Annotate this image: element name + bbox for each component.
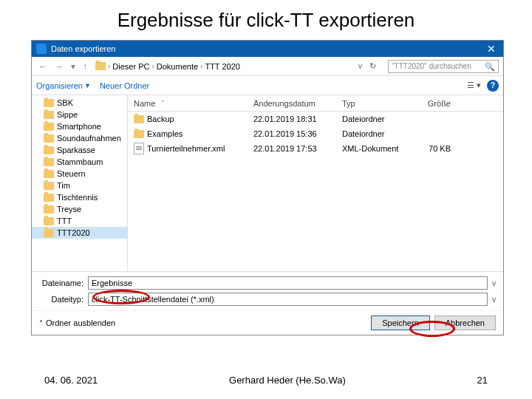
sidebar-item-label: Sparkasse	[57, 146, 95, 154]
sidebar-item-label: Steuern	[57, 169, 86, 178]
button-row: ˄ Ordner ausblenden Speichern Abbrechen	[32, 310, 503, 335]
file-size: 70 KB	[412, 144, 457, 153]
file-date: 22.01.2019 17:53	[253, 144, 342, 153]
file-icon	[134, 143, 144, 154]
close-icon[interactable]: ✕	[484, 43, 499, 55]
bottom-fields: Dateiname: v Dateityp: v	[32, 271, 503, 310]
filename-dropdown[interactable]: v	[492, 279, 496, 287]
folder-icon	[44, 182, 54, 190]
folder-icon	[134, 130, 144, 138]
sidebar-item[interactable]: Smartphone	[32, 120, 127, 132]
crumb-sep: ›	[108, 62, 110, 70]
folder-icon	[44, 194, 54, 202]
save-dialog: Daten exportieren ✕ ← → ▾ ↑ › Dieser PC …	[31, 40, 504, 335]
sidebar-item-label: TTT2020	[57, 228, 90, 237]
file-type: XML-Dokument	[342, 144, 412, 153]
address-dropdown[interactable]: v	[358, 62, 362, 70]
save-button[interactable]: Speichern	[371, 316, 430, 330]
file-name: Examples	[147, 129, 183, 138]
sidebar-item-label: Tim	[57, 181, 70, 190]
toolbar: Organisieren ▼ Neuer Ordner ☰ ▾ ?	[32, 76, 503, 95]
filetype-label: Dateityp:	[39, 295, 83, 304]
nav-back[interactable]: ←	[36, 61, 50, 72]
sidebar-item[interactable]: Treyse	[32, 203, 127, 215]
folder-icon	[44, 158, 54, 166]
file-name: Backup	[147, 115, 174, 123]
crumb[interactable]: Dieser PC	[112, 62, 149, 71]
col-name[interactable]: Name	[134, 99, 155, 108]
view-icon[interactable]: ☰ ▾	[467, 81, 481, 90]
file-row[interactable]: Backup22.01.2019 18:31Dateiordner	[128, 112, 503, 126]
file-type: Dateiordner	[342, 115, 412, 123]
footer-date: 04. 06. 2021	[44, 375, 98, 386]
sidebar-item-label: Tischtennis	[57, 193, 98, 202]
folder-icon	[95, 62, 106, 70]
folder-icon	[44, 205, 54, 214]
col-size[interactable]: Größe	[412, 99, 457, 108]
search-input[interactable]: "TTT2020" durchsuchen 🔍	[388, 60, 499, 73]
nav-forward[interactable]: →	[52, 61, 66, 72]
folder-icon	[44, 146, 54, 154]
file-row[interactable]: Turnierteilnehmer.xml22.01.2019 17:53XML…	[128, 141, 503, 156]
crumb-sep: ›	[151, 62, 154, 70]
sidebar-item[interactable]: Sippe	[32, 109, 127, 120]
file-date: 22.01.2019 18:31	[253, 115, 342, 123]
sidebar-item-label: SBK	[57, 98, 73, 107]
hide-folders-toggle[interactable]: ˄ Ordner ausblenden	[39, 318, 366, 327]
sidebar-item[interactable]: Steuern	[32, 168, 127, 180]
refresh-icon[interactable]: ↻	[365, 61, 381, 71]
sidebar-item[interactable]: Tim	[32, 180, 127, 191]
sidebar-item[interactable]: Soundaufnahmen	[32, 132, 127, 144]
sidebar-item-label: Smartphone	[57, 122, 101, 131]
sidebar-item[interactable]: TTT2020	[32, 227, 127, 239]
filename-label: Dateiname:	[39, 279, 83, 287]
folder-icon	[44, 134, 54, 143]
sidebar-item-label: Stammbaum	[57, 157, 103, 166]
sidebar-item[interactable]: Tischtennis	[32, 191, 127, 203]
sidebar[interactable]: SBKSippeSmartphoneSoundaufnahmenSparkass…	[32, 95, 128, 271]
col-date[interactable]: Änderungsdatum	[253, 99, 342, 108]
address-bar[interactable]: › Dieser PC › Dokumente › TTT 2020	[92, 62, 355, 71]
sidebar-item[interactable]: Stammbaum	[32, 156, 127, 168]
folder-icon	[44, 229, 54, 237]
new-folder-button[interactable]: Neuer Ordner	[100, 81, 149, 90]
file-row[interactable]: Examples22.01.2019 15:36Dateiordner	[128, 126, 503, 141]
sidebar-item[interactable]: SBK	[32, 97, 127, 109]
titlebar: Daten exportieren ✕	[32, 41, 503, 57]
filename-input[interactable]	[88, 276, 488, 290]
sidebar-item-label: TTT	[57, 216, 72, 225]
footer-author: Gerhard Heder (He.So.Wa)	[229, 375, 346, 386]
cancel-button[interactable]: Abbrechen	[434, 316, 496, 330]
col-type[interactable]: Typ	[342, 99, 412, 108]
content-area: SBKSippeSmartphoneSoundaufnahmenSparkass…	[32, 95, 503, 271]
folder-icon	[44, 99, 54, 107]
sidebar-item[interactable]: Sparkasse	[32, 144, 127, 156]
sidebar-item-label: Soundaufnahmen	[57, 134, 121, 143]
crumb[interactable]: TTT 2020	[205, 62, 240, 71]
nav-row: ← → ▾ ↑ › Dieser PC › Dokumente › TTT 20…	[32, 57, 503, 76]
file-type: Dateiordner	[342, 129, 412, 138]
help-icon[interactable]: ?	[487, 80, 499, 92]
sidebar-item-label: Treyse	[57, 205, 81, 214]
file-name: Turnierteilnehmer.xml	[147, 144, 225, 153]
file-list: Name˅ Änderungsdatum Typ Größe Backup22.…	[128, 95, 503, 271]
nav-up[interactable]: ↑	[81, 61, 89, 72]
crumb-sep: ›	[200, 62, 202, 70]
chevron-down-icon: ▼	[84, 82, 91, 89]
slide-footer: 04. 06. 2021 Gerhard Heder (He.So.Wa) 21	[0, 375, 532, 386]
sidebar-item[interactable]: TTT	[32, 215, 127, 227]
slide-title: Ergebnisse für click-TT exportieren	[0, 0, 532, 39]
filetype-dropdown[interactable]: v	[492, 296, 496, 304]
folder-icon	[134, 115, 144, 123]
sidebar-item-label: Sippe	[57, 110, 78, 119]
folder-icon	[44, 123, 54, 131]
folder-icon	[44, 217, 54, 225]
crumb[interactable]: Dokumente	[157, 62, 198, 71]
search-placeholder: "TTT2020" durchsuchen	[392, 62, 471, 70]
sort-icon: ˅	[161, 100, 165, 107]
chevron-down-icon[interactable]: ▾	[69, 61, 78, 72]
filetype-select[interactable]	[88, 293, 488, 306]
folder-icon	[44, 170, 54, 178]
organize-menu[interactable]: Organisieren ▼	[36, 81, 91, 90]
footer-page: 21	[477, 375, 488, 386]
